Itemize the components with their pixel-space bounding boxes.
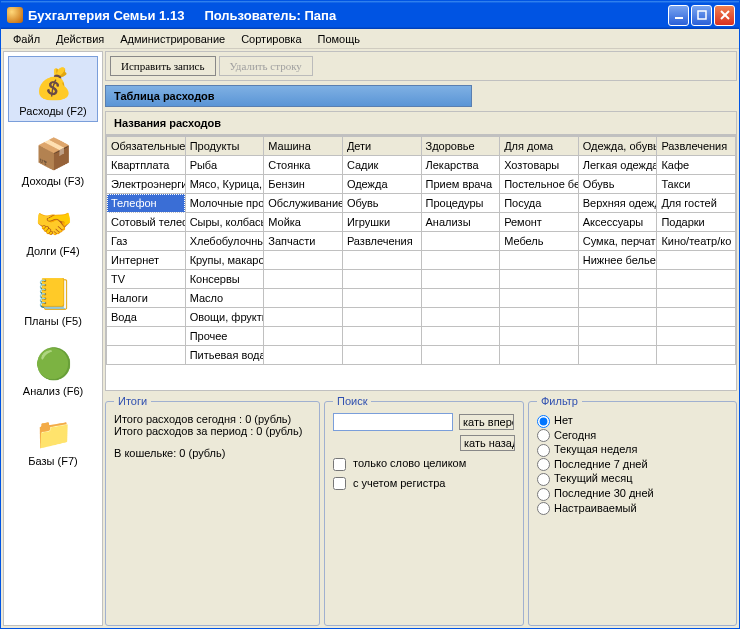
table-cell[interactable]: Стоянка (264, 156, 343, 175)
delete-row-button[interactable]: Удалить строку (219, 56, 313, 76)
table-cell[interactable]: Молочные продукты (185, 194, 264, 213)
table-cell[interactable]: Постельное белье (500, 175, 579, 194)
filter-option[interactable]: Нет (537, 414, 728, 428)
filter-radio[interactable] (537, 488, 550, 501)
table-cell[interactable] (421, 251, 500, 270)
table-cell[interactable]: Бензин (264, 175, 343, 194)
table-cell[interactable] (342, 270, 421, 289)
table-cell[interactable] (657, 346, 736, 365)
menu-admin[interactable]: Администрирование (112, 31, 233, 47)
table-cell[interactable]: Легкая одежда (578, 156, 657, 175)
table-cell[interactable]: Крупы, макароны (185, 251, 264, 270)
table-cell[interactable] (578, 346, 657, 365)
table-cell[interactable]: Мойка (264, 213, 343, 232)
table-cell[interactable] (107, 346, 186, 365)
column-header[interactable]: Обязательные (107, 137, 186, 156)
search-input[interactable] (333, 413, 453, 431)
table-cell[interactable]: Овощи, фрукты (185, 308, 264, 327)
table-cell[interactable]: Игрушки (342, 213, 421, 232)
minimize-button[interactable] (668, 5, 689, 26)
table-cell[interactable] (264, 289, 343, 308)
table-cell[interactable] (500, 251, 579, 270)
filter-radio[interactable] (537, 429, 550, 442)
table-cell[interactable] (342, 308, 421, 327)
filter-radio[interactable] (537, 458, 550, 471)
table-cell[interactable] (342, 327, 421, 346)
table-cell[interactable]: Электроэнергия (107, 175, 186, 194)
table-cell[interactable]: Аксессуары (578, 213, 657, 232)
filter-option[interactable]: Настраиваемый (537, 502, 728, 516)
table-cell[interactable] (342, 289, 421, 308)
table-cell[interactable]: Хозтовары (500, 156, 579, 175)
table-cell[interactable] (578, 289, 657, 308)
table-cell[interactable]: Сумка, перчатки (578, 232, 657, 251)
table-cell[interactable]: Интернет (107, 251, 186, 270)
table-cell[interactable]: Садик (342, 156, 421, 175)
table-cell[interactable] (500, 308, 579, 327)
table-cell[interactable]: Верхняя одежда (578, 194, 657, 213)
table-cell[interactable]: Такси (657, 175, 736, 194)
table-cell[interactable]: Квартплата (107, 156, 186, 175)
sidebar-item-databases[interactable]: 📁 Базы (F7) (8, 406, 98, 472)
table-cell[interactable]: Кино/театр/ко (657, 232, 736, 251)
table-cell[interactable]: Обслуживание (264, 194, 343, 213)
table-cell[interactable]: Одежда (342, 175, 421, 194)
table-cell[interactable]: Масло (185, 289, 264, 308)
table-cell[interactable]: Вода (107, 308, 186, 327)
search-back-button[interactable]: кать назад (460, 435, 515, 451)
table-cell[interactable]: Развлечения (342, 232, 421, 251)
sidebar-item-expenses[interactable]: 💰 Расходы (F2) (8, 56, 98, 122)
filter-option[interactable]: Последние 30 дней (537, 487, 728, 501)
table-cell[interactable] (500, 346, 579, 365)
table-cell[interactable]: Обувь (578, 175, 657, 194)
table-cell[interactable] (264, 270, 343, 289)
table-cell[interactable] (264, 251, 343, 270)
table-cell[interactable] (578, 327, 657, 346)
table-cell[interactable]: Мясо, Курица, (185, 175, 264, 194)
table-cell[interactable]: Газ (107, 232, 186, 251)
case-option[interactable]: с учетом регистра (333, 477, 515, 491)
table-cell[interactable]: Рыба (185, 156, 264, 175)
sidebar-item-debts[interactable]: 🤝 Долги (F4) (8, 196, 98, 262)
table-cell[interactable]: Запчасти (264, 232, 343, 251)
table-cell[interactable]: Прием врача (421, 175, 500, 194)
search-forward-button[interactable]: кать вперед (459, 414, 514, 430)
table-cell[interactable]: Прочее (185, 327, 264, 346)
table-cell[interactable] (421, 270, 500, 289)
table-cell[interactable]: Кафе (657, 156, 736, 175)
column-header[interactable]: Здоровье (421, 137, 500, 156)
table-cell[interactable]: TV (107, 270, 186, 289)
table-cell[interactable] (500, 270, 579, 289)
menu-actions[interactable]: Действия (48, 31, 112, 47)
whole-word-checkbox[interactable] (333, 458, 346, 471)
table-cell[interactable] (264, 327, 343, 346)
menu-sort[interactable]: Сортировка (233, 31, 309, 47)
table-cell[interactable] (342, 251, 421, 270)
table-cell[interactable] (421, 232, 500, 251)
table-cell[interactable] (342, 346, 421, 365)
table-cell[interactable]: Нижнее белье (578, 251, 657, 270)
column-header[interactable]: Дети (342, 137, 421, 156)
table-cell[interactable]: Анализы (421, 213, 500, 232)
table-cell[interactable] (500, 289, 579, 308)
table-cell[interactable]: Для гостей (657, 194, 736, 213)
table-cell[interactable] (421, 327, 500, 346)
table-cell[interactable] (578, 308, 657, 327)
table-cell[interactable] (657, 289, 736, 308)
table-cell[interactable]: Ремонт (500, 213, 579, 232)
maximize-button[interactable] (691, 5, 712, 26)
table-cell[interactable] (264, 308, 343, 327)
column-header[interactable]: Одежда, обувь (578, 137, 657, 156)
table-cell[interactable] (657, 251, 736, 270)
filter-option[interactable]: Текущий месяц (537, 472, 728, 486)
table-cell[interactable] (421, 308, 500, 327)
table-cell[interactable]: Телефон (107, 194, 186, 213)
close-button[interactable] (714, 5, 735, 26)
case-checkbox[interactable] (333, 477, 346, 490)
column-header[interactable]: Развлечения (657, 137, 736, 156)
table-cell[interactable] (500, 327, 579, 346)
table-cell[interactable] (578, 270, 657, 289)
table-cell[interactable]: Лекарства (421, 156, 500, 175)
filter-radio[interactable] (537, 415, 550, 428)
table-cell[interactable]: Хлебобулочные (185, 232, 264, 251)
